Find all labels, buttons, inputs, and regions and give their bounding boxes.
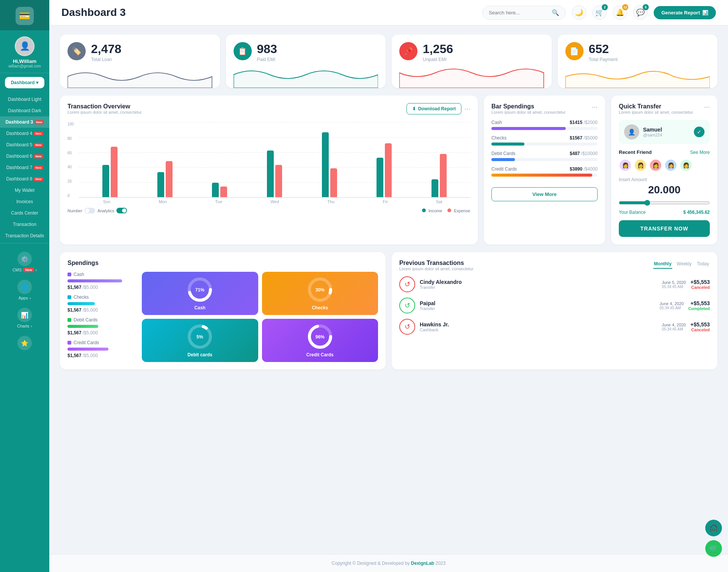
generate-report-button[interactable]: Generate Report 📊 bbox=[654, 6, 716, 19]
notifications-button[interactable]: 🔔 12 bbox=[613, 5, 627, 20]
spending-row-cash: Cash $1,567 /$5,000 bbox=[67, 272, 136, 290]
search-input[interactable] bbox=[489, 10, 549, 16]
generate-report-label: Generate Report bbox=[661, 10, 700, 16]
paid-emi-icon: 📋 bbox=[234, 42, 252, 60]
x-axis: Sun Mon Tue Wed Thu Fri Sat bbox=[67, 198, 470, 204]
download-icon: ⬇ bbox=[412, 106, 416, 111]
transaction-overview-card: Transaction Overview Lorem ipsum dolor s… bbox=[60, 96, 478, 244]
friend-avatar-4[interactable]: 👩 bbox=[664, 159, 677, 172]
sidebar-nav: Dashboard Light Dashboard Dark Dashboard… bbox=[0, 92, 49, 243]
income-legend: Income bbox=[428, 208, 442, 213]
message-icon: 💬 bbox=[636, 8, 645, 17]
spending-row-debit: Debit Cards $1,567 /$5,000 bbox=[67, 317, 136, 335]
sidebar-section-cms: ⚙️ CMS New › 🌐 Apps› 📊 Charts› ⭐ bbox=[0, 243, 49, 356]
transfer-now-button[interactable]: TRANSFER NOW bbox=[619, 220, 710, 237]
bar-group bbox=[267, 150, 282, 197]
tx-time-2: 05:34:45 AM bbox=[660, 306, 684, 310]
view-more-button[interactable]: View More bbox=[491, 187, 598, 201]
prev-tx-title: Previous Transactions bbox=[399, 260, 474, 266]
sidebar-item-wallet[interactable]: My Wallet bbox=[0, 185, 49, 196]
tab-today[interactable]: Today bbox=[696, 260, 710, 269]
cash-donut-label: Cash bbox=[195, 305, 206, 310]
footer-link[interactable]: DexignLab bbox=[411, 561, 434, 566]
sidebar-item-transaction[interactable]: Transaction bbox=[0, 219, 49, 230]
cash-donut-chart: 71% bbox=[187, 276, 213, 303]
spend-cash-amount: $1415 bbox=[570, 120, 582, 125]
y-axis: 100 80 60 40 20 0 bbox=[67, 122, 79, 198]
cart-button[interactable]: 🛒 2 bbox=[592, 5, 607, 20]
tx-type-2: Transfer bbox=[420, 306, 655, 311]
debit-bar bbox=[67, 325, 98, 328]
total-payment-icon: 📄 bbox=[565, 42, 584, 60]
unpaid-emi-wave bbox=[399, 65, 544, 88]
footer: Copyright © Designed & Developed by Dexi… bbox=[49, 554, 728, 572]
checks-bar bbox=[67, 302, 95, 305]
income-bar bbox=[431, 179, 438, 197]
messages-button[interactable]: 💬 5 bbox=[633, 5, 648, 20]
friend-avatar-2[interactable]: 👩 bbox=[634, 159, 647, 172]
sidebar-item-dashboard5[interactable]: Dashboard 5 New bbox=[0, 139, 49, 150]
sidebar-item-dashboard8[interactable]: Dashboard 8 New bbox=[0, 173, 49, 185]
unpaid-emi-icon: 📌 bbox=[399, 42, 417, 60]
avatar: 👤 bbox=[15, 36, 35, 56]
new-badge: New bbox=[35, 120, 44, 124]
credit-donut-chart: 96% bbox=[307, 323, 333, 350]
spending-row-credit: Credit Cards $1,567 /$5,000 bbox=[67, 340, 136, 358]
tab-monthly[interactable]: Monthly bbox=[653, 260, 672, 269]
see-more-link[interactable]: See More bbox=[690, 150, 710, 155]
expense-bar bbox=[111, 147, 118, 197]
friend-avatar-1[interactable]: 👩 bbox=[619, 159, 632, 172]
tx-status-1: Canceled bbox=[690, 285, 710, 290]
sidebar-item-apps[interactable]: 🌐 Apps› bbox=[0, 276, 49, 304]
sidebar-item-transaction-details[interactable]: Transaction Details bbox=[0, 230, 49, 241]
new-badge: New bbox=[34, 132, 43, 136]
sidebar-item-charts[interactable]: 📊 Charts› bbox=[0, 304, 49, 332]
expense-legend: Expense bbox=[454, 208, 470, 213]
download-report-button[interactable]: ⬇ Download Report bbox=[406, 103, 461, 114]
amount-display: 20.000 bbox=[619, 184, 710, 196]
quick-transfer-more-button[interactable]: ··· bbox=[704, 103, 710, 111]
unpaid-emi-number: 1,256 bbox=[423, 42, 453, 56]
header: Dashboard 3 🔍 🌙 🛒 2 🔔 12 💬 5 Gen bbox=[49, 0, 728, 25]
support-float-button[interactable]: 🎧 bbox=[705, 520, 722, 536]
tab-weekly[interactable]: Weekly bbox=[676, 260, 692, 269]
checks-donut-chart: 30% bbox=[307, 276, 333, 303]
cash-bar bbox=[67, 279, 122, 282]
search-box[interactable]: 🔍 bbox=[482, 6, 566, 20]
friend-avatar-5[interactable]: 👩 bbox=[679, 159, 692, 172]
more-options-button[interactable]: ··· bbox=[464, 105, 470, 113]
sidebar-item-dashboard4[interactable]: Dashboard 4 New bbox=[0, 128, 49, 139]
bar-spendings-more-button[interactable]: ··· bbox=[592, 103, 598, 111]
tx-type-3: Cashback bbox=[420, 328, 657, 332]
donut-card-debit: 5% Debit cards bbox=[142, 319, 258, 362]
sidebar-item-dashboard-dark[interactable]: Dashboard Dark bbox=[0, 105, 49, 116]
number-toggle[interactable] bbox=[85, 208, 95, 213]
sidebar-item-cards[interactable]: Cards Center bbox=[0, 207, 49, 219]
tx-icon-3: ↺ bbox=[399, 319, 415, 335]
sidebar-item-favorites[interactable]: ⭐ bbox=[0, 332, 49, 354]
sidebar-item-dashboard6[interactable]: Dashboard 6 New bbox=[0, 150, 49, 162]
expense-bar bbox=[385, 143, 392, 197]
theme-toggle-button[interactable]: 🌙 bbox=[572, 5, 586, 20]
tx-date-2: June 4, 2020 bbox=[660, 301, 684, 306]
sidebar-item-dashboard-light[interactable]: Dashboard Light bbox=[0, 94, 49, 105]
sidebar-item-dashboard7[interactable]: Dashboard 7 New bbox=[0, 162, 49, 173]
tx-overview-title: Transaction Overview bbox=[67, 103, 142, 110]
income-bar bbox=[212, 183, 219, 197]
friend-avatar-3[interactable]: 👩 bbox=[649, 159, 662, 172]
bar-group bbox=[431, 154, 447, 197]
stat-cards-grid: 🏷️ 2,478 Total Loan 📋 983 Paid EMI bbox=[60, 34, 717, 88]
svg-text:5%: 5% bbox=[197, 334, 204, 340]
bar-group bbox=[102, 147, 118, 197]
dashboard-menu-button[interactable]: Dashboard ▾ bbox=[5, 77, 45, 88]
sidebar-item-dashboard3[interactable]: Dashboard 3 New bbox=[0, 116, 49, 128]
sidebar-item-cms[interactable]: ⚙️ CMS New › bbox=[0, 248, 49, 276]
spend-checks-amount: $1567 bbox=[570, 135, 582, 141]
analytics-toggle[interactable] bbox=[116, 208, 127, 213]
income-bar bbox=[322, 132, 329, 197]
spend-item-checks: Checks $1567 /$5000 bbox=[491, 135, 598, 146]
amount-slider[interactable] bbox=[619, 200, 710, 206]
bar-spendings-card: Bar Spendings Lorem ipsum dolor sit amet… bbox=[484, 96, 605, 244]
sidebar-item-invoices[interactable]: Invoices bbox=[0, 196, 49, 207]
cart-float-button[interactable]: 🛒 bbox=[705, 540, 722, 557]
